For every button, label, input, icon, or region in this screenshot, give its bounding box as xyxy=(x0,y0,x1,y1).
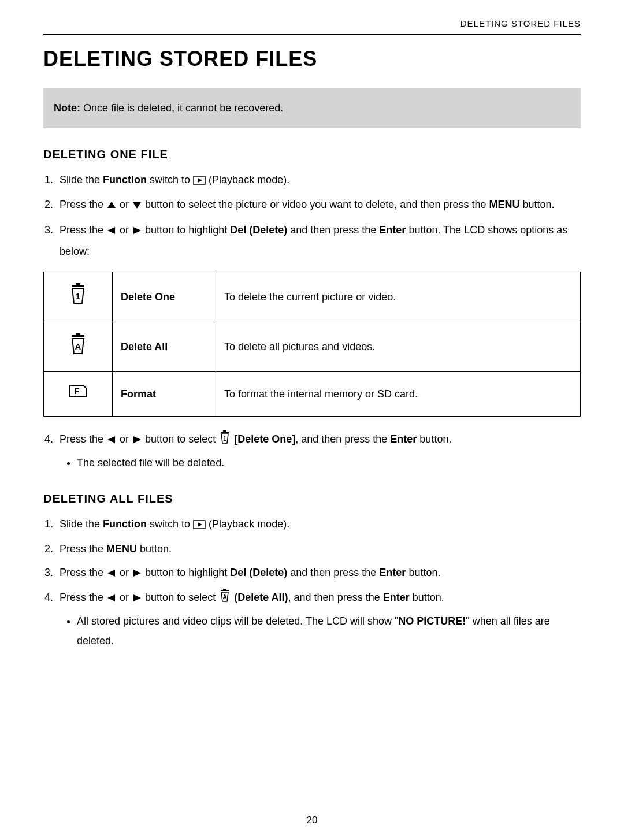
page-number: 20 xyxy=(43,812,581,829)
right-arrow-icon xyxy=(132,589,142,609)
svg-text:A: A xyxy=(223,594,227,600)
steps-deleting-one-cont: Press the or button to select 1 [Delete … xyxy=(56,429,581,473)
svg-rect-7 xyxy=(76,283,80,285)
step-1: Slide the Function switch to (Playback m… xyxy=(56,170,581,191)
step-b1: Slide the Function switch to (Playback m… xyxy=(56,514,581,536)
delete-one-desc: To delete the current picture or video. xyxy=(216,272,581,322)
right-arrow-icon xyxy=(132,222,142,241)
step-4-sub: The selected file will be deleted. xyxy=(77,453,581,473)
delete-one-icon-cell: 1 xyxy=(44,272,113,322)
svg-rect-11 xyxy=(76,333,80,336)
svg-marker-23 xyxy=(198,522,202,527)
svg-rect-29 xyxy=(223,589,226,590)
svg-text:1: 1 xyxy=(223,436,226,442)
header-section-label: DELETING STORED FILES xyxy=(43,16,581,35)
step-b3: Press the or button to highlight Del (De… xyxy=(56,563,581,584)
step-b4: Press the or button to select A (Delete … xyxy=(56,588,581,651)
note-label: Note: xyxy=(54,102,80,114)
delete-one-label: Delete One xyxy=(113,272,216,322)
table-row: F Format To format the internal memory o… xyxy=(44,372,581,417)
svg-rect-19 xyxy=(223,430,226,432)
left-arrow-icon xyxy=(106,222,117,241)
step-2: Press the or button to select the pictur… xyxy=(56,195,581,216)
playback-icon xyxy=(193,172,206,191)
svg-text:A: A xyxy=(75,341,81,351)
note-box: Note: Once file is deleted, it cannot be… xyxy=(43,88,581,129)
page-title: DELETING STORED FILES xyxy=(43,41,581,76)
trash-one-icon: 1 xyxy=(67,283,89,311)
playback-icon xyxy=(193,516,206,536)
svg-marker-4 xyxy=(107,227,115,234)
svg-marker-26 xyxy=(107,594,115,601)
svg-marker-16 xyxy=(107,436,115,443)
left-arrow-icon xyxy=(106,431,117,451)
steps-deleting-all: Slide the Function switch to (Playback m… xyxy=(56,514,581,651)
left-arrow-icon xyxy=(106,564,117,584)
svg-text:F: F xyxy=(74,386,79,396)
svg-marker-5 xyxy=(133,227,141,234)
table-row: A Delete All To delete all pictures and … xyxy=(44,322,581,372)
trash-all-icon: A xyxy=(67,333,89,362)
svg-marker-2 xyxy=(107,202,116,208)
svg-marker-27 xyxy=(133,594,141,601)
delete-all-label: Delete All xyxy=(113,322,216,372)
svg-marker-17 xyxy=(133,436,141,443)
left-arrow-icon xyxy=(106,589,117,609)
svg-marker-24 xyxy=(107,570,115,577)
right-arrow-icon xyxy=(132,431,142,451)
step-4: Press the or button to select 1 [Delete … xyxy=(56,429,581,473)
svg-marker-25 xyxy=(133,570,141,577)
trash-all-icon: A xyxy=(218,589,231,609)
format-label: Format xyxy=(113,372,216,417)
section-heading-deleting-all: DELETING ALL FILES xyxy=(43,489,581,508)
up-arrow-icon xyxy=(106,196,117,216)
format-desc: To format the internal memory or SD card… xyxy=(216,372,581,417)
svg-marker-1 xyxy=(198,178,202,183)
delete-all-desc: To delete all pictures and videos. xyxy=(216,322,581,372)
step-3: Press the or button to highlight Del (De… xyxy=(56,220,581,261)
note-text: Once file is deleted, it cannot be recov… xyxy=(80,102,283,114)
trash-one-icon: 1 xyxy=(218,430,231,451)
format-icon-cell: F xyxy=(44,372,113,417)
options-table: 1 Delete One To delete the current pictu… xyxy=(43,272,581,417)
table-row: 1 Delete One To delete the current pictu… xyxy=(44,272,581,322)
step-b2: Press the MENU button. xyxy=(56,539,581,559)
svg-marker-3 xyxy=(133,202,141,209)
delete-all-icon-cell: A xyxy=(44,322,113,372)
down-arrow-icon xyxy=(132,196,142,216)
steps-deleting-one: Slide the Function switch to (Playback m… xyxy=(56,170,581,261)
right-arrow-icon xyxy=(132,564,142,584)
step-b4-sub: All stored pictures and video clips will… xyxy=(77,611,581,651)
svg-text:1: 1 xyxy=(76,291,80,301)
format-icon: F xyxy=(67,382,89,406)
section-heading-deleting-one: DELETING ONE FILE xyxy=(43,144,581,164)
